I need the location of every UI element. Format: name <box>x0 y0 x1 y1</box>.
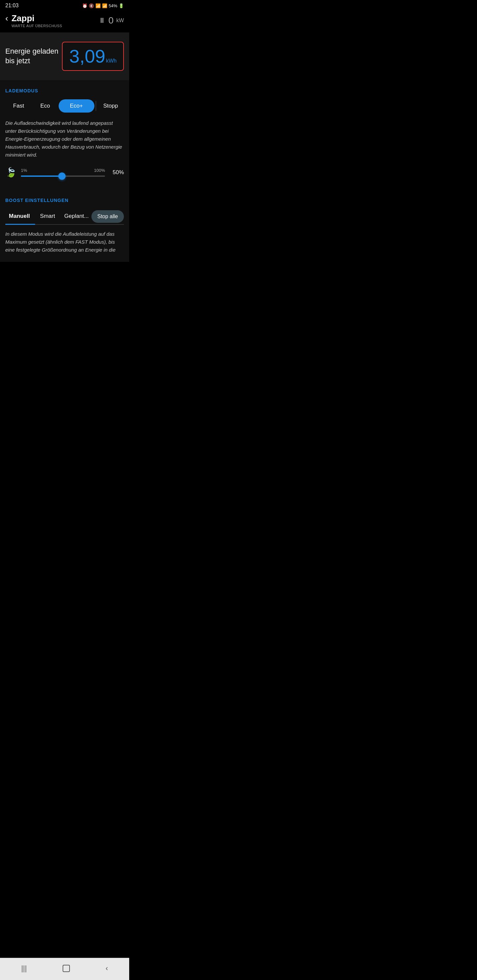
signal-icon: 📶 <box>102 3 107 8</box>
mode-fast[interactable]: Fast <box>5 99 32 113</box>
lademodus-section: LADEMODUS Fast Eco Eco+ Stopp Die Auflad… <box>0 80 129 198</box>
slider-fill <box>21 175 62 177</box>
power-value: 0 <box>108 15 113 26</box>
energy-section: Energie geladen bis jetzt 3,09 kWh <box>0 32 129 80</box>
boost-tab-manuell[interactable]: Manuell <box>5 209 34 224</box>
header-left: ‹ Zappi WARTE AUF ÜBERSCHUSS <box>5 13 62 28</box>
slider-container: 1% 100% <box>21 168 105 177</box>
slider-track[interactable] <box>21 175 105 177</box>
leaf-icon: 🍃 <box>5 167 17 178</box>
slider-thumb[interactable] <box>58 172 65 180</box>
boost-description: In diesem Modus wird die Aufladeleistung… <box>5 225 124 254</box>
mode-divider <box>96 101 96 111</box>
slider-max-label: 100% <box>94 168 105 173</box>
boost-title: BOOST EINSTELLUNGEN <box>5 198 124 203</box>
status-subtitle: WARTE AUF ÜBERSCHUSS <box>11 24 62 28</box>
lademodus-title: LADEMODUS <box>5 88 124 93</box>
energy-label-line2: bis jetzt <box>5 56 58 66</box>
header-right: ⏸ 0 kW <box>98 15 124 26</box>
battery-icon: 🔋 <box>119 3 124 8</box>
slider-labels: 1% 100% <box>21 168 105 173</box>
tab-underline <box>5 224 35 225</box>
header: ‹ Zappi WARTE AUF ÜBERSCHUSS ⏸ 0 kW <box>0 10 129 32</box>
energy-unit: kWh <box>106 58 116 64</box>
mode-selector: Fast Eco Eco+ Stopp <box>5 99 124 113</box>
status-time: 21:03 <box>5 3 19 9</box>
energy-value-box: 3,09 kWh <box>62 42 124 71</box>
status-bar: 21:03 ⏰ 🔇 📶 📶 54% 🔋 <box>0 0 129 10</box>
alarm-icon: ⏰ <box>82 3 88 8</box>
page-title: Zappi <box>11 13 62 24</box>
mute-icon: 🔇 <box>89 3 94 8</box>
power-unit: kW <box>116 18 124 24</box>
energy-value: 3,09 <box>69 47 105 65</box>
back-button[interactable]: ‹ <box>5 14 8 22</box>
mode-stopp[interactable]: Stopp <box>97 99 124 113</box>
lademodus-description: Die Aufladeschwindigkeit wird laufend an… <box>5 119 124 159</box>
boost-section: BOOST EINSTELLUNGEN Manuell Smart Geplan… <box>0 198 129 262</box>
battery-text: 54% <box>108 3 117 8</box>
pause-icon[interactable]: ⏸ <box>98 16 106 25</box>
energy-label-line1: Energie geladen <box>5 47 58 56</box>
slider-section: 🍃 1% 100% 50% <box>5 167 124 178</box>
wifi-icon: 📶 <box>96 3 101 8</box>
boost-tab-smart[interactable]: Smart <box>34 209 62 224</box>
boost-tab-geplant[interactable]: Geplant... <box>62 209 91 224</box>
slider-min-label: 1% <box>21 168 27 173</box>
header-title-group: Zappi WARTE AUF ÜBERSCHUSS <box>11 13 62 28</box>
mode-eco[interactable]: Eco <box>32 99 58 113</box>
energy-label: Energie geladen bis jetzt <box>5 47 58 65</box>
slider-value: 50% <box>109 169 124 176</box>
stop-alle-button[interactable]: Stop alle <box>91 210 124 223</box>
boost-tabs: Manuell Smart Geplant... Stop alle <box>5 209 124 225</box>
mode-ecoplus[interactable]: Eco+ <box>59 99 94 113</box>
status-icons: ⏰ 🔇 📶 📶 54% 🔋 <box>82 3 124 8</box>
